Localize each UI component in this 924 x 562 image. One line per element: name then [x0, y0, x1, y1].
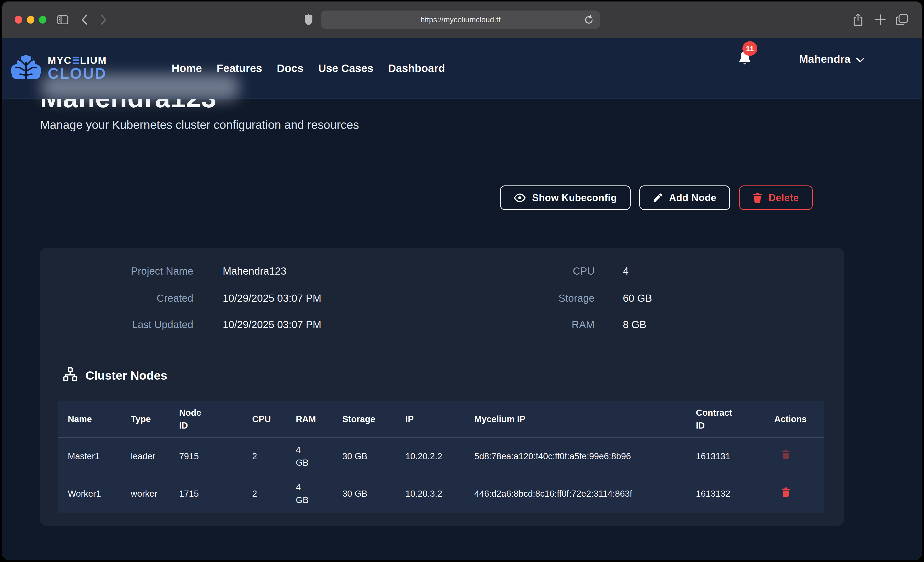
screen: https://myceliumcloud.tf Mahendra123 Man… — [0, 0, 924, 562]
cell-ram: 4 GB — [286, 438, 333, 475]
nav-link-docs[interactable]: Docs — [277, 62, 303, 75]
chevron-down-icon — [856, 53, 864, 65]
storage-row: Storage 60 GB — [477, 293, 652, 308]
show-kubeconfig-label: Show Kubeconfig — [532, 192, 617, 203]
cell-type: leader — [121, 438, 170, 475]
mycelium-tree-icon — [9, 52, 43, 85]
cell-node-id: 1715 — [170, 475, 243, 513]
add-node-button[interactable]: Add Node — [639, 185, 730, 210]
ram-label: RAM — [477, 319, 595, 334]
project-name-row: Project Name Mahendra123 — [40, 265, 286, 281]
nav-link-features[interactable]: Features — [217, 62, 262, 75]
show-kubeconfig-button[interactable]: Show Kubeconfig — [500, 185, 631, 210]
eye-icon — [514, 193, 526, 203]
created-label: Created — [40, 293, 193, 308]
close-window-button[interactable] — [15, 16, 22, 24]
created-row: Created 10/29/2025 03:07 PM — [40, 293, 321, 308]
cell-storage: 30 GB — [333, 438, 396, 475]
logo-e-bars — [73, 57, 79, 64]
cell-type: worker — [121, 475, 170, 513]
nav-link-dashboard[interactable]: Dashboard — [388, 62, 445, 75]
url-text: https://myceliumcloud.tf — [421, 15, 501, 24]
cell-name: Master1 — [58, 438, 121, 475]
cpu-label: CPU — [477, 265, 595, 281]
col-storage: Storage — [333, 401, 396, 438]
created-value: 10/29/2025 03:07 PM — [223, 293, 321, 308]
cell-ram: 4 GB — [286, 475, 333, 513]
nav-links: Home Features Docs Use Cases Dashboard — [172, 62, 445, 75]
cluster-nodes-table: Name Type Node ID CPU RAM Storage IP Myc… — [58, 401, 824, 513]
privacy-shield-icon[interactable] — [304, 2, 313, 38]
cell-cpu: 2 — [243, 475, 286, 513]
cell-mycelium-ip: 5d8:78ea:a120:f40c:ff0f:a5fe:99e6:8b96 — [465, 438, 687, 475]
forward-button-icon[interactable] — [100, 2, 106, 38]
last-updated-value: 10/29/2025 03:07 PM — [223, 319, 321, 334]
col-ram: RAM — [286, 401, 333, 438]
storage-value: 60 GB — [623, 293, 652, 308]
cell-actions — [765, 438, 824, 475]
delete-node-button[interactable] — [782, 450, 790, 461]
site-viewport: Mahendra123 Manage your Kubernetes clust… — [2, 38, 921, 560]
nav-link-use-cases[interactable]: Use Cases — [318, 62, 374, 75]
bell-icon — [738, 57, 752, 68]
blurred-title-overlay — [41, 74, 239, 100]
cluster-details-panel: Project Name Mahendra123 Created 10/29/2… — [40, 248, 844, 526]
minimize-window-button[interactable] — [27, 16, 34, 24]
col-actions: Actions — [765, 401, 824, 438]
browser-window: https://myceliumcloud.tf Mahendra123 Man… — [2, 2, 921, 560]
delete-node-button[interactable] — [782, 487, 790, 499]
sidebar-toggle-icon[interactable] — [57, 2, 69, 38]
back-button-icon[interactable] — [81, 2, 88, 38]
last-updated-row: Last Updated 10/29/2025 03:07 PM — [40, 319, 321, 334]
cell-node-id: 7915 — [170, 438, 243, 475]
col-cpu: CPU — [243, 401, 286, 438]
project-name-label: Project Name — [40, 265, 193, 281]
reload-icon[interactable] — [585, 15, 593, 27]
col-node-id: Node ID — [170, 401, 243, 438]
storage-label: Storage — [477, 293, 595, 308]
browser-titlebar: https://myceliumcloud.tf — [2, 2, 921, 38]
cell-ip: 10.20.2.2 — [396, 438, 465, 475]
col-type: Type — [121, 401, 170, 438]
cluster-actions: Show Kubeconfig Add Node Delete — [500, 185, 813, 210]
user-menu[interactable]: Mahendra — [799, 53, 865, 65]
cell-ip: 10.20.3.2 — [396, 475, 465, 513]
table-row: Worker1 worker 1715 2 4 GB 30 GB 10.20.3… — [58, 475, 824, 513]
page-content: Mahendra123 Manage your Kubernetes clust… — [2, 38, 921, 560]
cell-actions — [765, 475, 824, 513]
trash-icon — [753, 192, 762, 203]
zoom-window-button[interactable] — [39, 16, 46, 24]
col-name: Name — [58, 401, 121, 438]
col-contract-id: Contract ID — [687, 401, 765, 438]
user-name: Mahendra — [799, 53, 850, 65]
ram-value: 8 GB — [623, 319, 646, 334]
notifications-button[interactable]: 11 — [738, 51, 752, 66]
pencil-icon — [653, 193, 663, 203]
cell-cpu: 2 — [243, 438, 286, 475]
notification-badge: 11 — [742, 41, 757, 56]
nav-link-home[interactable]: Home — [172, 62, 202, 75]
col-mycelium-ip: Mycelium IP — [465, 401, 687, 438]
page-subtitle: Manage your Kubernetes cluster configura… — [40, 118, 359, 132]
network-icon — [63, 366, 78, 384]
share-icon[interactable] — [853, 2, 863, 38]
cell-mycelium-ip: 446:d2a6:8bcd:8c16:ff0f:72e2:3114:863f — [465, 475, 687, 513]
last-updated-label: Last Updated — [40, 319, 193, 334]
table-row: Master1 leader 7915 2 4 GB 30 GB 10.20.2… — [58, 438, 824, 475]
cpu-row: CPU 4 — [477, 265, 628, 281]
cell-storage: 30 GB — [333, 475, 396, 513]
new-tab-icon[interactable] — [875, 2, 885, 38]
add-node-label: Add Node — [669, 192, 717, 203]
cluster-nodes-heading: Cluster Nodes — [63, 366, 168, 384]
col-ip: IP — [396, 401, 465, 438]
cell-contract-id: 1613132 — [687, 475, 765, 513]
window-controls — [15, 16, 46, 24]
delete-cluster-button[interactable]: Delete — [739, 185, 813, 210]
address-bar[interactable]: https://myceliumcloud.tf — [321, 10, 600, 29]
delete-label: Delete — [769, 192, 799, 203]
cell-name: Worker1 — [58, 475, 121, 513]
cpu-value: 4 — [623, 265, 628, 281]
ram-row: RAM 8 GB — [477, 319, 646, 334]
tab-overview-icon[interactable] — [896, 2, 908, 38]
cluster-nodes-title: Cluster Nodes — [86, 368, 167, 383]
